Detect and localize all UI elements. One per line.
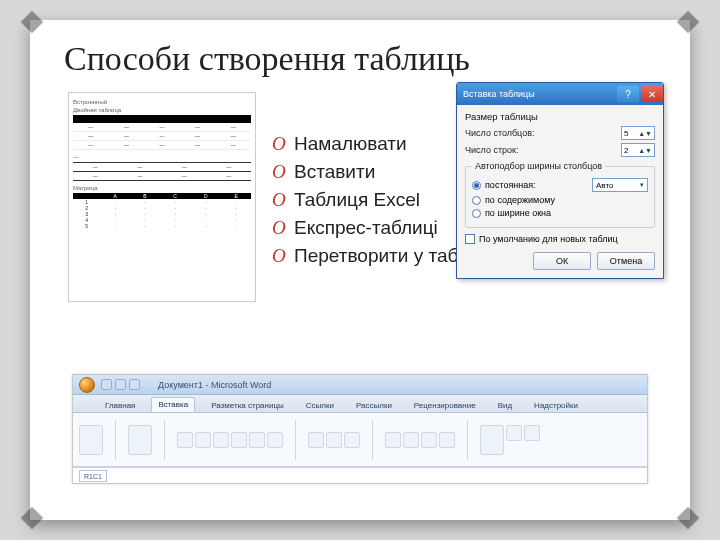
gallery-sample-table: ———— ———— bbox=[73, 162, 251, 181]
word-titlebar: Документ1 - Microsoft Word bbox=[73, 375, 647, 395]
spinner-arrows-icon: ▲▼ bbox=[638, 148, 652, 153]
tab-insert[interactable]: Вставка bbox=[151, 397, 195, 412]
ribbon-tool[interactable] bbox=[326, 432, 342, 448]
fixed-width-combo[interactable]: Авто ▾ bbox=[592, 178, 648, 192]
ribbon-tool[interactable] bbox=[308, 432, 324, 448]
ribbon-tool[interactable] bbox=[480, 425, 504, 455]
cancel-button[interactable]: Отмена bbox=[597, 252, 655, 270]
spinner-arrows-icon: ▲▼ bbox=[638, 131, 652, 136]
rows-label: Число строк: bbox=[465, 145, 617, 155]
separator bbox=[115, 420, 116, 460]
radio-content[interactable] bbox=[472, 196, 481, 205]
close-button[interactable]: ✕ bbox=[641, 86, 663, 102]
bullet-text: Намалювати bbox=[294, 132, 407, 156]
close-icon: ✕ bbox=[648, 89, 656, 100]
rows-spinner[interactable]: 2 ▲▼ bbox=[621, 143, 655, 157]
rows-value: 2 bbox=[624, 146, 628, 155]
tab-mailings[interactable]: Рассылки bbox=[350, 399, 398, 412]
bullet-marker: O bbox=[272, 188, 294, 212]
tab-review[interactable]: Рецензирование bbox=[408, 399, 482, 412]
slide: Способи створення таблиць Встроенный Дво… bbox=[30, 20, 690, 520]
ribbon-tool[interactable] bbox=[524, 425, 540, 441]
insert-table-dialog: Вставка таблицы ? ✕ Размер таблицы Число… bbox=[456, 82, 664, 279]
autofit-group: Автоподбор ширины столбцов постоянная: А… bbox=[465, 161, 655, 228]
dialog-body: Размер таблицы Число столбцов: 5 ▲▼ Числ… bbox=[457, 105, 663, 278]
radio-window[interactable] bbox=[472, 209, 481, 218]
radio-window-label: по ширине окна bbox=[485, 208, 551, 218]
slide-card: Способи створення таблиць Встроенный Дво… bbox=[30, 20, 690, 520]
tab-references[interactable]: Ссылки bbox=[300, 399, 340, 412]
gallery-section-label: Матрица bbox=[73, 185, 251, 191]
ribbon-tool[interactable] bbox=[439, 432, 455, 448]
bullet-marker: O bbox=[272, 244, 294, 268]
autofit-legend: Автоподбор ширины столбцов bbox=[472, 161, 605, 171]
chevron-down-icon: ▾ bbox=[640, 181, 644, 189]
name-box[interactable]: R1C1 bbox=[79, 470, 107, 482]
ribbon-tool[interactable] bbox=[506, 425, 522, 441]
gallery-section-label: Встроенный bbox=[73, 99, 251, 105]
ribbon-tool[interactable] bbox=[213, 432, 229, 448]
bullet-marker: O bbox=[272, 216, 294, 240]
tab-view[interactable]: Вид bbox=[492, 399, 518, 412]
slide-content: Встроенный Двойная таблица ————— ————— —… bbox=[64, 86, 656, 496]
cols-label: Число столбцов: bbox=[465, 128, 617, 138]
separator bbox=[164, 420, 165, 460]
fixed-width-value: Авто bbox=[596, 181, 613, 190]
ribbon-tool[interactable] bbox=[128, 425, 152, 455]
dialog-titlebar[interactable]: Вставка таблицы ? ✕ bbox=[457, 83, 663, 105]
radio-fixed[interactable] bbox=[472, 181, 481, 190]
radio-content-label: по содержимому bbox=[485, 195, 555, 205]
qat-item[interactable] bbox=[115, 379, 126, 390]
gallery-sample-matrix: ABCDE 1····· 2····· 3····· 4····· 5····· bbox=[73, 193, 251, 229]
slide-title: Способи створення таблиць bbox=[64, 40, 656, 78]
bullet-text: Таблиця Excel bbox=[294, 188, 420, 212]
tab-page-layout[interactable]: Разметка страницы bbox=[205, 399, 290, 412]
tab-home[interactable]: Главная bbox=[99, 399, 141, 412]
ribbon-tool[interactable] bbox=[403, 432, 419, 448]
cols-spinner[interactable]: 5 ▲▼ bbox=[621, 126, 655, 140]
qat-item[interactable] bbox=[129, 379, 140, 390]
gallery-section-label: Двойная таблица bbox=[73, 107, 251, 113]
bullet-text: Експрес-таблиці bbox=[294, 216, 438, 240]
ribbon-tool[interactable] bbox=[385, 432, 401, 448]
ok-label: ОК bbox=[556, 256, 568, 266]
word-ribbon-screenshot: Документ1 - Microsoft Word Главная Встав… bbox=[72, 374, 648, 484]
quick-tables-gallery: Встроенный Двойная таблица ————— ————— —… bbox=[68, 92, 256, 302]
quick-access-toolbar bbox=[101, 379, 140, 390]
radio-fixed-label: постоянная: bbox=[485, 180, 536, 190]
ribbon-tool[interactable] bbox=[344, 432, 360, 448]
ribbon-tool[interactable] bbox=[249, 432, 265, 448]
ribbon-tool[interactable] bbox=[267, 432, 283, 448]
ribbon-groups bbox=[73, 413, 647, 467]
name-box-row: R1C1 bbox=[73, 467, 647, 483]
cols-value: 5 bbox=[624, 129, 628, 138]
word-doc-title: Документ1 - Microsoft Word bbox=[158, 380, 271, 390]
gallery-sample-table: ————— ————— ————— bbox=[73, 115, 251, 150]
separator bbox=[467, 420, 468, 460]
tab-addins[interactable]: Надстройки bbox=[528, 399, 584, 412]
dialog-title: Вставка таблицы bbox=[463, 89, 535, 99]
bullet-marker: O bbox=[272, 160, 294, 184]
gallery-section-label: — bbox=[73, 154, 251, 160]
ribbon-tabs: Главная Вставка Разметка страницы Ссылки… bbox=[73, 395, 647, 413]
cancel-label: Отмена bbox=[610, 256, 642, 266]
help-icon: ? bbox=[625, 89, 631, 100]
separator bbox=[372, 420, 373, 460]
bullet-text: Вставити bbox=[294, 160, 375, 184]
help-button[interactable]: ? bbox=[617, 86, 639, 102]
ribbon-tool[interactable] bbox=[231, 432, 247, 448]
ribbon-tool[interactable] bbox=[421, 432, 437, 448]
ribbon-tool[interactable] bbox=[79, 425, 103, 455]
ribbon-tool[interactable] bbox=[177, 432, 193, 448]
ok-button[interactable]: ОК bbox=[533, 252, 591, 270]
remember-label: По умолчанию для новых таблиц bbox=[479, 234, 618, 244]
qat-item[interactable] bbox=[101, 379, 112, 390]
bullet-marker: O bbox=[272, 132, 294, 156]
remember-checkbox[interactable] bbox=[465, 234, 475, 244]
office-button-icon[interactable] bbox=[79, 377, 95, 393]
group-title: Размер таблицы bbox=[465, 111, 655, 122]
ribbon-tool[interactable] bbox=[195, 432, 211, 448]
separator bbox=[295, 420, 296, 460]
